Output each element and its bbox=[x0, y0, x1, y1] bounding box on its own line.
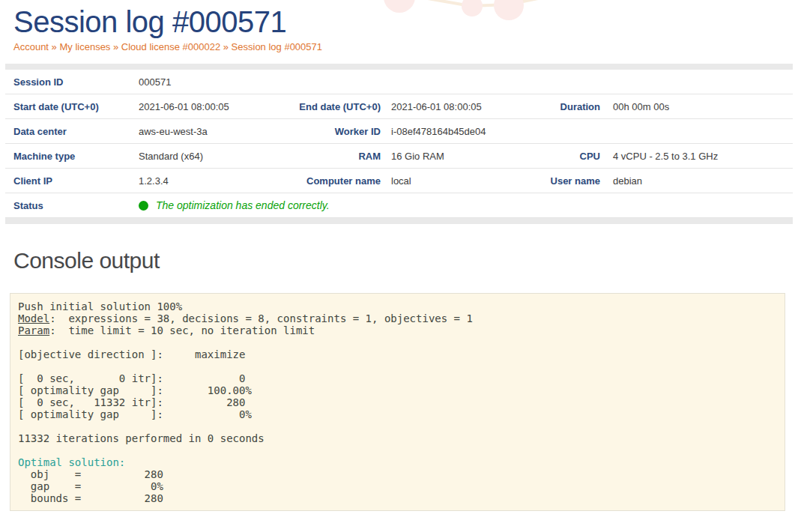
duration-value: 00h 00m 00s bbox=[605, 101, 793, 112]
breadcrumb-separator: » bbox=[49, 41, 59, 52]
duration-label: Duration bbox=[508, 101, 605, 112]
status-text: The optimization has ended correctly. bbox=[156, 199, 330, 211]
client-ip-label: Client IP bbox=[5, 175, 139, 187]
table-top-bar bbox=[5, 64, 793, 70]
console-line bbox=[18, 336, 774, 348]
computer-name-label: Computer name bbox=[266, 175, 381, 187]
page-title: Session log #000571 bbox=[13, 4, 798, 39]
console-line: gap = 0% bbox=[18, 480, 774, 492]
status-label: Status bbox=[5, 200, 139, 211]
machine-type-label: Machine type bbox=[5, 151, 139, 162]
breadcrumb: Account » My licenses » Cloud license #0… bbox=[13, 41, 798, 52]
console-heading: Console output bbox=[13, 248, 798, 273]
start-date-value: 2021-06-01 08:00:05 bbox=[139, 101, 266, 112]
computer-name-value: local bbox=[381, 175, 508, 187]
session-id-label: Session ID bbox=[5, 76, 139, 88]
console-line: 11332 iterations performed in 0 seconds bbox=[18, 432, 774, 444]
console-line bbox=[18, 360, 774, 372]
table-row: Status The optimization has ended correc… bbox=[5, 193, 793, 218]
start-date-label: Start date (UTC+0) bbox=[5, 101, 139, 112]
console-line: [objective direction ]: maximize bbox=[18, 348, 774, 360]
console-line: Optimal solution: bbox=[18, 456, 774, 468]
table-row: Data center aws-eu-west-3a Worker ID i-0… bbox=[5, 119, 793, 144]
console-line: [ 0 sec, 0 itr]: 0 bbox=[18, 372, 774, 384]
user-name-value: debian bbox=[605, 175, 793, 187]
console-line bbox=[18, 420, 774, 432]
table-row: Session ID 000571 bbox=[5, 70, 793, 94]
console-line bbox=[18, 444, 774, 456]
breadcrumb-separator: » bbox=[110, 41, 121, 52]
console-line: [ 0 sec, 11332 itr]: 280 bbox=[18, 396, 774, 408]
data-center-label: Data center bbox=[5, 126, 139, 137]
end-date-value: 2021-06-01 08:00:05 bbox=[381, 101, 508, 112]
cpu-label: CPU bbox=[508, 151, 605, 162]
breadcrumb-link[interactable]: Session log #000571 bbox=[232, 41, 322, 52]
console-line: [ optimality gap ]: 0% bbox=[18, 408, 774, 420]
worker-id-label: Worker ID bbox=[266, 126, 381, 137]
status-cell: The optimization has ended correctly. bbox=[139, 199, 793, 211]
client-ip-value: 1.2.3.4 bbox=[139, 175, 266, 187]
user-name-label: User name bbox=[508, 175, 605, 187]
session-id-value: 000571 bbox=[139, 76, 793, 88]
console-output: Push initial solution 100%Model: express… bbox=[10, 293, 785, 511]
breadcrumb-separator: » bbox=[220, 41, 231, 52]
table-row: Machine type Standard (x64) RAM 16 Gio R… bbox=[5, 144, 793, 169]
console-line: [ optimality gap ]: 100.00% bbox=[18, 384, 774, 396]
ram-label: RAM bbox=[266, 151, 381, 162]
data-center-value: aws-eu-west-3a bbox=[139, 126, 266, 137]
status-ok-icon bbox=[139, 201, 148, 211]
breadcrumb-link[interactable]: Account bbox=[13, 41, 49, 52]
ram-value: 16 Gio RAM bbox=[381, 151, 508, 162]
console-line: bounds = 280 bbox=[18, 492, 774, 504]
breadcrumb-link[interactable]: Cloud license #000022 bbox=[121, 41, 220, 52]
cpu-value: 4 vCPU - 2.5 to 3.1 GHz bbox=[605, 151, 793, 162]
breadcrumb-link[interactable]: My licenses bbox=[59, 41, 110, 52]
session-details-table: Session ID 000571 Start date (UTC+0) 202… bbox=[5, 64, 793, 224]
console-line: Param: time limit = 10 sec, no iteration… bbox=[18, 324, 774, 336]
table-row: Start date (UTC+0) 2021-06-01 08:00:05 E… bbox=[5, 94, 793, 119]
machine-type-value: Standard (x64) bbox=[139, 151, 266, 162]
console-line: Push initial solution 100% bbox=[18, 300, 774, 312]
worker-id-value: i-08ef478164b45de04 bbox=[381, 126, 508, 137]
console-line: Model: expressions = 38, decisions = 8, … bbox=[18, 312, 774, 324]
table-bottom-bar bbox=[5, 218, 793, 224]
table-row: Client IP 1.2.3.4 Computer name local Us… bbox=[5, 169, 793, 193]
console-line: obj = 280 bbox=[18, 468, 774, 480]
end-date-label: End date (UTC+0) bbox=[266, 101, 381, 112]
